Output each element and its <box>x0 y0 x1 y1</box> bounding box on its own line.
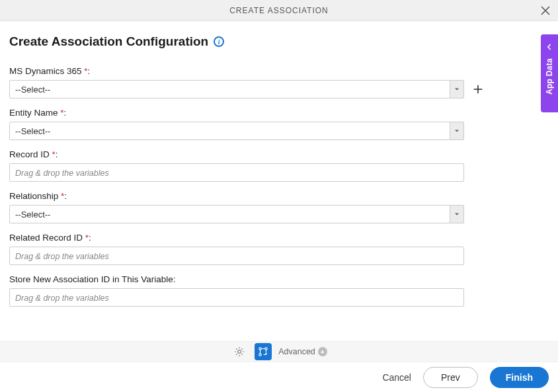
field-ms-dynamics: MS Dynamics 365 *: <box>9 66 549 98</box>
advanced-label: Advanced <box>278 347 315 356</box>
label-text: Entity Name <box>9 108 60 118</box>
plus-icon <box>472 83 484 95</box>
label-colon: : <box>64 108 67 118</box>
svg-point-6 <box>265 348 267 350</box>
titlebar: CREATE ASSOCIATION <box>0 0 558 21</box>
field-label-entity-name: Entity Name *: <box>9 108 549 118</box>
prev-button[interactable]: Prev <box>423 367 478 388</box>
advanced-toggle[interactable]: Advanced + <box>278 347 327 356</box>
label-colon: : <box>64 191 67 201</box>
content-area: Create Association Configuration i MS Dy… <box>0 21 558 307</box>
label-colon: : <box>56 149 58 159</box>
field-related-record-id: Related Record ID *: <box>9 233 549 265</box>
plus-circle-icon: + <box>318 347 327 356</box>
record-id-input[interactable] <box>9 163 464 182</box>
flow-icon <box>257 346 269 358</box>
field-entity-name: Entity Name *: <box>9 108 549 140</box>
select-relationship[interactable] <box>9 205 464 223</box>
cancel-button[interactable]: Cancel <box>382 372 411 383</box>
svg-point-7 <box>259 354 261 356</box>
field-relationship: Relationship *: <box>9 191 549 223</box>
select-ms-dynamics[interactable] <box>9 80 464 98</box>
flow-button[interactable] <box>255 343 272 360</box>
svg-point-5 <box>259 348 261 350</box>
label-colon: : <box>88 66 91 76</box>
field-label-ms-dynamics: MS Dynamics 365 *: <box>9 66 549 76</box>
add-connection-button[interactable] <box>471 82 485 97</box>
titlebar-title: CREATE ASSOCIATION <box>229 6 329 15</box>
label-colon: : <box>89 233 91 243</box>
select-value[interactable] <box>9 122 464 140</box>
field-label-record-id: Record ID *: <box>9 149 549 159</box>
field-record-id: Record ID *: <box>9 149 549 182</box>
input-record-id-wrap <box>9 163 464 182</box>
select-entity-name[interactable] <box>9 122 464 140</box>
label-text: MS Dynamics 365 <box>9 66 84 76</box>
select-value[interactable] <box>9 80 464 98</box>
page-title-row: Create Association Configuration i <box>9 34 549 49</box>
field-label-store-variable: Store New Association ID in This Variabl… <box>9 274 549 284</box>
close-button[interactable] <box>539 5 551 17</box>
label-text: Related Record ID <box>9 233 85 243</box>
field-label-related-record-id: Related Record ID *: <box>9 233 549 243</box>
input-store-variable-wrap <box>9 288 464 307</box>
field-store-variable: Store New Association ID in This Variabl… <box>9 274 549 307</box>
close-icon <box>541 6 550 15</box>
field-label-relationship: Relationship *: <box>9 191 549 201</box>
gear-icon <box>233 346 245 358</box>
label-text: Record ID <box>9 149 52 159</box>
related-record-id-input[interactable] <box>9 247 464 265</box>
toolbar-strip: Advanced + <box>0 341 558 362</box>
finish-button[interactable]: Finish <box>490 367 549 388</box>
footer: Cancel Prev Finish <box>0 362 558 392</box>
select-value[interactable] <box>9 205 464 223</box>
settings-button[interactable] <box>231 343 248 360</box>
input-related-record-id-wrap <box>9 247 464 265</box>
page-title: Create Association Configuration <box>9 34 208 49</box>
label-text: Relationship <box>9 191 61 201</box>
store-variable-input[interactable] <box>9 288 464 307</box>
svg-point-4 <box>238 350 241 354</box>
info-icon[interactable]: i <box>214 36 224 47</box>
